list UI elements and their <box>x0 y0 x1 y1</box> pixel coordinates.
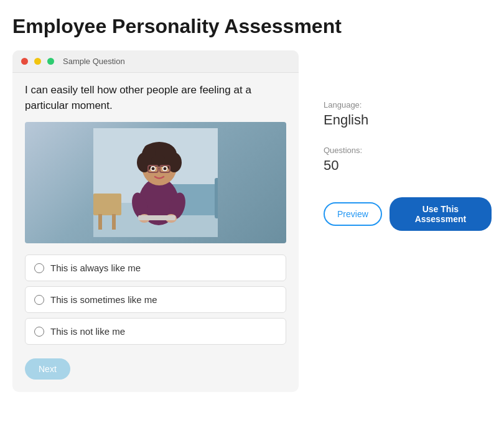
sidebar: Language: English Questions: 50 Preview … <box>324 50 492 231</box>
option-not[interactable]: This is not like me <box>25 318 286 345</box>
svg-point-27 <box>164 167 167 170</box>
language-label: Language: <box>324 100 492 110</box>
page-title: Employee Personality Assessment <box>12 15 492 38</box>
use-assessment-button[interactable]: Use This Assessment <box>390 197 492 231</box>
green-dot <box>47 58 54 65</box>
assessment-card: Sample Question I can easily tell how ot… <box>12 50 299 392</box>
language-section: Language: English <box>324 100 492 128</box>
main-layout: Sample Question I can easily tell how ot… <box>12 50 492 392</box>
card-body: I can easily tell how other people are f… <box>12 73 299 380</box>
radio-sometimes[interactable] <box>34 295 44 305</box>
option-sometimes-label: This is sometimes like me <box>50 294 157 305</box>
svg-rect-7 <box>112 214 116 230</box>
red-dot <box>21 58 28 65</box>
option-always-label: This is always like me <box>50 263 141 273</box>
person-illustration <box>93 128 218 237</box>
radio-always[interactable] <box>34 263 44 273</box>
option-sometimes[interactable]: This is sometimes like me <box>25 286 286 313</box>
svg-rect-5 <box>93 194 121 215</box>
question-text: I can easily tell how other people are f… <box>25 83 286 113</box>
language-value: English <box>324 112 492 128</box>
card-header-label: Sample Question <box>63 57 125 66</box>
svg-point-19 <box>143 144 156 159</box>
questions-value: 50 <box>324 157 492 174</box>
sidebar-actions: Preview Use This Assessment <box>324 197 492 231</box>
svg-rect-6 <box>98 214 102 230</box>
svg-point-20 <box>162 144 174 159</box>
yellow-dot <box>34 58 41 65</box>
preview-button[interactable]: Preview <box>324 202 382 226</box>
svg-rect-4 <box>215 178 218 218</box>
question-image <box>25 122 286 243</box>
questions-section: Questions: 50 <box>324 146 492 174</box>
radio-not[interactable] <box>34 327 44 337</box>
option-not-label: This is not like me <box>50 326 125 337</box>
option-always[interactable]: This is always like me <box>25 254 286 281</box>
next-button[interactable]: Next <box>25 358 70 380</box>
card-header: Sample Question <box>12 50 299 73</box>
svg-point-26 <box>152 167 155 170</box>
svg-rect-13 <box>138 215 175 220</box>
questions-label: Questions: <box>324 146 492 155</box>
